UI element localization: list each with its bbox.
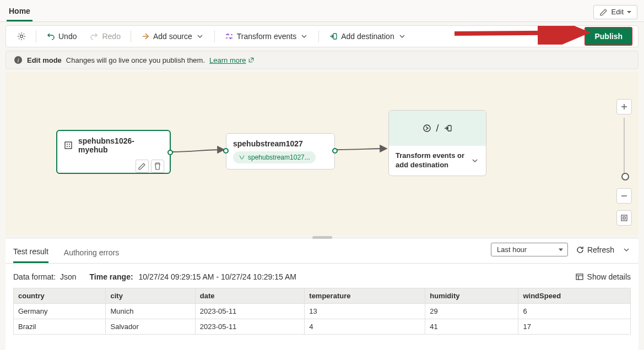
svg-rect-13 <box>623 217 625 219</box>
time-range-select[interactable]: Last hour <box>491 243 568 256</box>
separator <box>131 30 131 42</box>
table-cell: 6 <box>518 304 631 319</box>
settings-button[interactable] <box>12 29 31 43</box>
add-destination-icon <box>329 32 338 41</box>
publish-button[interactable]: Publish <box>585 27 632 46</box>
zoom-slider[interactable] <box>624 118 625 178</box>
learn-more-link[interactable]: Learn more <box>209 56 254 64</box>
column-header[interactable]: temperature <box>305 288 425 304</box>
svg-text:i: i <box>17 57 19 63</box>
redo-button: Redo <box>84 29 126 43</box>
stream-pill-label: spehubstream1027... <box>248 154 310 161</box>
edit-mode-banner: i Edit mode Changes will go live once yo… <box>6 51 638 69</box>
caret-down-icon <box>627 11 631 13</box>
column-header[interactable]: date <box>195 288 304 304</box>
time-range-label: Time range: <box>90 272 133 281</box>
refresh-button[interactable]: Refresh <box>576 245 614 254</box>
node-source-title: spehubns1026-myehub <box>78 136 163 154</box>
undo-label: Undo <box>58 32 77 41</box>
trash-icon <box>153 162 162 171</box>
svg-point-8 <box>67 146 68 147</box>
table-body: GermanyMunich2023-05-1113296BrazilSalvad… <box>14 304 631 335</box>
add-source-icon <box>141 32 150 41</box>
separator <box>318 30 319 42</box>
add-destination-button[interactable]: Add destination <box>323 29 412 43</box>
canvas[interactable]: spehubns1026-myehub spehubstream1027 spe… <box>6 72 638 236</box>
svg-rect-5 <box>65 142 72 149</box>
refresh-label: Refresh <box>587 245 614 254</box>
time-range-value: 10/27/24 09:29:15 AM - 10/27/24 10:29:15… <box>139 272 296 281</box>
zoom-controls <box>616 99 632 229</box>
table-cell: 2023-05-11 <box>195 319 304 335</box>
pencil-icon <box>599 8 608 17</box>
edit-dropdown-button[interactable]: Edit <box>593 5 637 19</box>
tab-test-result[interactable]: Test result <box>13 243 48 263</box>
dest-title: Transform events or add destination <box>396 151 470 170</box>
table-cell: 2023-05-11 <box>195 304 304 319</box>
chevron-down-icon[interactable] <box>470 156 479 165</box>
table-cell: Germany <box>14 304 106 319</box>
node-stream[interactable]: spehubstream1027 spehubstream1027... <box>226 133 335 169</box>
svg-point-6 <box>67 144 68 145</box>
refresh-icon <box>576 245 585 254</box>
zoom-in-button[interactable] <box>616 99 632 114</box>
output-port[interactable] <box>167 150 173 155</box>
svg-point-0 <box>20 35 23 38</box>
table-cell: Munich <box>106 304 195 319</box>
chevron-down-icon <box>398 32 407 41</box>
column-header[interactable]: windSpeed <box>518 288 631 304</box>
separator <box>36 30 36 42</box>
add-source-button[interactable]: Add source <box>136 29 210 43</box>
table-header-row: countrycitydatetemperaturehumiditywindSp… <box>14 288 631 304</box>
table-cell: Brazil <box>14 319 106 335</box>
chevron-down-icon <box>300 32 309 41</box>
data-format-label: Data format: <box>13 272 56 281</box>
tab-authoring-errors[interactable]: Authoring errors <box>64 244 119 262</box>
toolbar: Undo Redo Add source Transform events Ad… <box>6 25 638 47</box>
show-details-button[interactable]: Show details <box>575 272 631 281</box>
node-destination-placeholder[interactable]: / Transform events or add destination <box>388 110 486 176</box>
svg-point-7 <box>69 144 70 145</box>
chevron-down-icon <box>196 32 204 41</box>
slash: / <box>436 123 439 134</box>
table-row[interactable]: GermanyMunich2023-05-1113296 <box>14 304 631 319</box>
fit-icon <box>620 214 629 222</box>
edit-label: Edit <box>611 8 624 16</box>
svg-point-9 <box>69 146 70 147</box>
svg-point-10 <box>424 125 430 132</box>
table-row[interactable]: BrazilSalvador2023-05-1144117 <box>14 319 631 335</box>
table-cell: 13 <box>305 304 425 319</box>
svg-rect-14 <box>576 274 583 280</box>
input-port[interactable] <box>223 148 229 154</box>
tab-bar: Home Edit <box>0 0 644 22</box>
column-header[interactable]: humidity <box>425 288 518 304</box>
node-delete-button[interactable] <box>151 160 164 173</box>
chevron-down-icon[interactable] <box>622 245 631 254</box>
table-cell: 4 <box>305 319 425 335</box>
stream-icon <box>239 154 245 161</box>
output-port[interactable] <box>332 148 338 154</box>
eventhub-icon <box>64 141 73 150</box>
table-cell: Salvador <box>106 319 195 335</box>
zoom-out-button[interactable] <box>616 188 632 204</box>
transform-events-button[interactable]: Transform events <box>219 29 314 43</box>
info-icon: i <box>14 56 23 64</box>
transform-icon <box>225 32 234 41</box>
results-table: countrycitydatetemperaturehumiditywindSp… <box>13 288 631 335</box>
node-source[interactable]: spehubns1026-myehub <box>56 130 171 174</box>
destination-icon <box>443 124 452 133</box>
bottom-tabs: Test result Authoring errors Last hour R… <box>6 238 638 264</box>
fit-to-screen-button[interactable] <box>616 210 632 226</box>
redo-icon <box>90 32 99 41</box>
node-edit-button[interactable] <box>136 160 149 173</box>
transform-icon <box>423 124 431 133</box>
tab-home[interactable]: Home <box>7 2 33 21</box>
column-header[interactable]: city <box>106 288 195 304</box>
undo-button[interactable]: Undo <box>41 29 82 43</box>
stream-pill[interactable]: spehubstream1027... <box>233 151 316 163</box>
learn-more-label: Learn more <box>209 56 246 64</box>
redo-label: Redo <box>102 32 120 41</box>
details-icon <box>575 272 584 281</box>
banner-message: Changes will go live once you publish th… <box>66 56 205 64</box>
column-header[interactable]: country <box>14 288 106 304</box>
